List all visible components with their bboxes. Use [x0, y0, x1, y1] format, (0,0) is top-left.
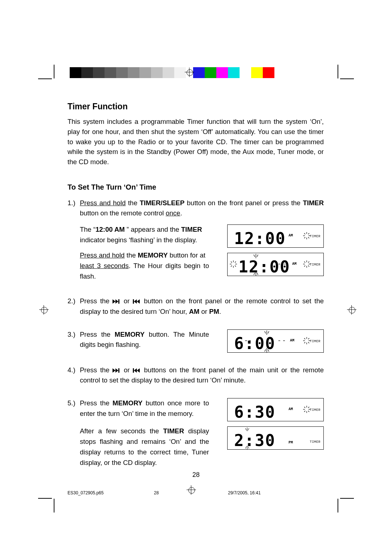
- footer-page: 28: [154, 490, 159, 495]
- step-number: 5.): [68, 398, 80, 468]
- crop-mark: [338, 65, 338, 78]
- svg-line-66: [304, 407, 305, 408]
- lcd-time: 2:30: [234, 428, 275, 453]
- lcd-display: 6:30 AM TIMER: [227, 398, 324, 421]
- lcd-display: 2:30 PM TIMER: [227, 426, 324, 450]
- step-2: 2.) Press the or button on the front pan…: [68, 296, 324, 317]
- svg-line-53: [308, 342, 309, 343]
- rewind-icon: [133, 366, 141, 374]
- svg-line-55: [308, 338, 309, 339]
- page-number: 28: [0, 471, 392, 479]
- flash-burst-icon: [230, 260, 237, 268]
- step-number: 2.): [68, 296, 80, 317]
- svg-marker-37: [137, 299, 140, 304]
- footer-filename: ES30_072905.p65: [68, 490, 103, 495]
- subsection-title: To Set The Turn ‘On’ Time: [68, 183, 324, 191]
- rewind-icon: [133, 297, 141, 305]
- step-text: Press the or buttons on the front panel …: [80, 365, 324, 386]
- svg-line-14: [231, 266, 232, 267]
- svg-marker-36: [134, 299, 137, 304]
- lcd-timer-label: TIMER: [310, 440, 320, 445]
- step-3: 3.) Press the MEMORY button. The Minute …: [68, 329, 324, 353]
- svg-rect-58: [118, 368, 119, 373]
- svg-marker-60: [134, 368, 137, 373]
- svg-line-28: [304, 262, 305, 263]
- lcd-time: 12:00: [234, 226, 286, 251]
- flash-burst-icon: [303, 337, 310, 344]
- registration-mark-icon: [185, 68, 193, 76]
- step-text: The “12:00 AM ” appears and the TIMER in…: [80, 224, 209, 281]
- crop-mark: [54, 65, 54, 78]
- step-text: Press the or button on the front panel o…: [80, 296, 324, 317]
- svg-marker-61: [137, 368, 140, 373]
- flash-burst-icon: [303, 406, 310, 413]
- intro-paragraph: This system includes a programmable Time…: [68, 117, 324, 167]
- lcd-time: 6:30: [234, 400, 275, 425]
- flash-burst-icon: [278, 260, 286, 272]
- svg-line-54: [304, 342, 305, 343]
- svg-line-31: [308, 262, 309, 263]
- svg-line-30: [304, 266, 305, 267]
- svg-line-52: [304, 338, 305, 339]
- svg-line-68: [304, 411, 305, 412]
- lcd-timer-label: TIMER: [310, 263, 320, 268]
- svg-line-41: [265, 331, 266, 333]
- flash-burst-icon: [303, 260, 310, 268]
- registration-mark-icon: [348, 306, 356, 314]
- svg-rect-59: [133, 368, 134, 373]
- svg-marker-33: [115, 299, 118, 304]
- lcd-display: 12:00 AM TIMER: [227, 224, 324, 248]
- step-text: Press the MEMORY button. The Minute digi…: [80, 329, 209, 353]
- svg-line-4: [304, 233, 305, 234]
- flash-burst-icon: [264, 331, 270, 335]
- crop-mark: [38, 78, 52, 79]
- svg-marker-57: [115, 368, 118, 373]
- crop-mark: [340, 78, 354, 79]
- fast-forward-icon: [113, 366, 121, 374]
- svg-rect-34: [118, 299, 119, 304]
- step-1: 1.) Press and hold the TIMER/SLEEP butto…: [68, 198, 324, 282]
- flash-burst-icon: [278, 337, 285, 348]
- svg-line-75: [248, 446, 249, 449]
- svg-rect-35: [133, 299, 134, 304]
- svg-line-45: [268, 349, 269, 352]
- svg-line-29: [308, 266, 309, 267]
- flash-burst-icon: [245, 446, 249, 449]
- svg-line-13: [235, 266, 236, 267]
- footer-date: 29/7/2005, 16:41: [228, 490, 261, 495]
- calibration-colorbar: [70, 67, 274, 78]
- step-number: 3.): [68, 329, 80, 353]
- lcd-timer-label: TIMER: [310, 234, 320, 239]
- lcd-ampm: AM: [292, 261, 297, 267]
- crop-mark: [38, 498, 52, 499]
- svg-line-42: [268, 331, 269, 333]
- svg-line-15: [235, 262, 236, 263]
- lcd-timer-label: TIMER: [310, 408, 320, 413]
- svg-line-67: [308, 411, 309, 412]
- svg-line-74: [245, 446, 246, 449]
- flash-burst-icon: [303, 232, 310, 239]
- step-number: 1.): [68, 198, 80, 282]
- crop-mark: [54, 499, 54, 513]
- flash-burst-icon: [245, 337, 251, 344]
- lcd-timer-label: TIMER: [310, 339, 320, 344]
- svg-line-72: [248, 428, 249, 430]
- lcd-display: 6:00 AM: [227, 329, 324, 353]
- svg-marker-56: [113, 368, 115, 373]
- fast-forward-icon: [113, 297, 121, 305]
- step-4: 4.) Press the or buttons on the front pa…: [68, 365, 324, 386]
- lcd-ampm: PM: [289, 440, 293, 446]
- section-title: Timer Function: [68, 102, 324, 112]
- lcd-ampm: AM: [290, 338, 294, 344]
- step-text: Press and hold the TIMER/SLEEP button on…: [80, 198, 324, 219]
- step-5: 5.) Press the MEMORY button once more to…: [68, 398, 324, 468]
- svg-line-7: [308, 233, 309, 234]
- lcd-ampm: AM: [289, 233, 293, 239]
- registration-mark-icon: [40, 306, 48, 314]
- registration-mark-icon: [187, 486, 195, 494]
- svg-line-69: [308, 407, 309, 408]
- crop-mark: [340, 498, 354, 499]
- lcd-ampm: AM: [289, 406, 293, 412]
- svg-line-71: [245, 428, 246, 430]
- flash-burst-icon: [264, 348, 270, 352]
